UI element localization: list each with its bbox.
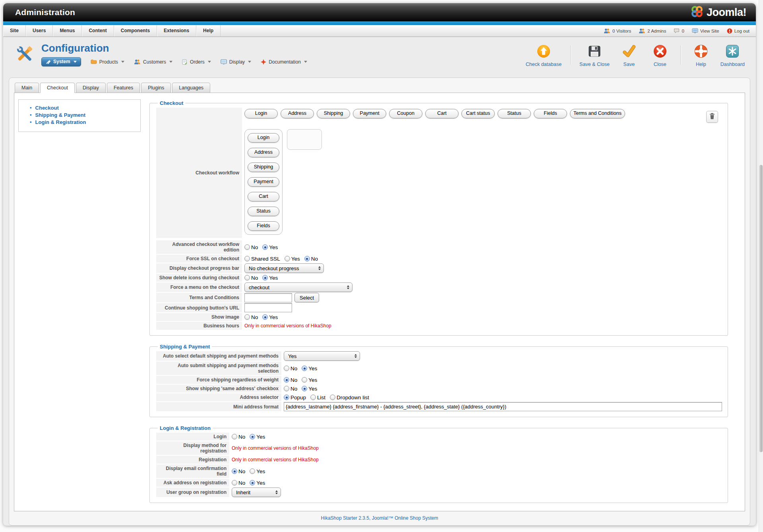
select-auto-select-default-shipping-and-payment-methods[interactable]: Yes: [284, 351, 360, 361]
radio-selected-icon[interactable]: [250, 480, 255, 486]
radio-icon[interactable]: [285, 256, 290, 261]
menu-item-menus[interactable]: Menus: [53, 25, 82, 37]
radio-option-force-ssl-on-checkout-no[interactable]: No: [304, 256, 318, 262]
radio-selected-icon[interactable]: [284, 395, 289, 400]
radio-option-show-shipping-same-address-checkbox-yes[interactable]: Yes: [302, 386, 317, 392]
radio-icon[interactable]: [244, 314, 250, 320]
radio-option-show-image-no[interactable]: No: [244, 314, 258, 320]
radio-option-advanced-checkout-workflow-edition-yes[interactable]: Yes: [262, 244, 278, 250]
submenu-orders[interactable]: Orders: [182, 59, 211, 65]
toolbar-save-button[interactable]: Save: [618, 44, 641, 67]
menu-item-content[interactable]: Content: [82, 25, 114, 37]
workflow-step-fields[interactable]: Fields: [248, 221, 279, 231]
status-0[interactable]: 0: [674, 28, 684, 33]
menu-item-extensions[interactable]: Extensions: [157, 25, 196, 37]
toolbar-dashboard-button[interactable]: Dashboard: [720, 44, 745, 67]
radio-icon[interactable]: [302, 377, 307, 383]
radio-selected-icon[interactable]: [232, 468, 237, 474]
menu-item-components[interactable]: Components: [114, 25, 157, 37]
sidebar-item-login-registration[interactable]: •Login & Registration: [22, 119, 137, 126]
sidebar-item-shipping-payment[interactable]: •Shipping & Payment: [22, 112, 137, 119]
select-force-a-menu-on-the-checkout[interactable]: checkout: [244, 282, 352, 292]
tab-languages[interactable]: Languages: [172, 83, 210, 93]
add-step-payment-button[interactable]: Payment: [353, 109, 386, 118]
radio-icon[interactable]: [250, 468, 255, 474]
radio-option-auto-submit-shipping-and-payment-methods-selection-yes[interactable]: Yes: [302, 366, 317, 371]
radio-icon[interactable]: [244, 244, 250, 250]
radio-selected-icon[interactable]: [250, 434, 255, 439]
radio-option-address-selector-list[interactable]: List: [310, 395, 325, 400]
radio-option-login-no[interactable]: No: [232, 434, 245, 440]
tab-display[interactable]: Display: [76, 83, 106, 93]
status-0-visitors[interactable]: 0 Visitors: [604, 28, 631, 33]
add-step-coupon-button[interactable]: Coupon: [389, 109, 422, 118]
add-step-shipping-button[interactable]: Shipping: [317, 109, 350, 118]
radio-option-advanced-checkout-workflow-edition-no[interactable]: No: [244, 244, 258, 250]
tab-features[interactable]: Features: [107, 83, 140, 93]
radio-option-display-email-confirmation-field-yes[interactable]: Yes: [250, 468, 265, 474]
radio-icon[interactable]: [330, 395, 335, 400]
add-step-cart-button[interactable]: Cart: [425, 109, 459, 118]
radio-selected-icon[interactable]: [284, 377, 289, 383]
submenu-products[interactable]: Products: [91, 59, 124, 65]
menu-item-help[interactable]: Help: [196, 25, 221, 37]
submenu-customers[interactable]: Customers: [134, 59, 172, 65]
radio-icon[interactable]: [232, 434, 237, 439]
workflow-drop-zone[interactable]: [287, 129, 322, 150]
radio-option-force-shipping-regardless-of-weight-no[interactable]: No: [284, 377, 297, 383]
radio-selected-icon[interactable]: [262, 244, 268, 250]
status-2-admins[interactable]: 2 Admins: [639, 28, 666, 33]
add-step-status-button[interactable]: Status: [498, 109, 531, 118]
radio-icon[interactable]: [310, 395, 316, 400]
workflow-step-status[interactable]: Status: [248, 207, 279, 216]
radio-selected-icon[interactable]: [302, 386, 307, 391]
add-step-login-button[interactable]: Login: [244, 109, 278, 118]
input-mini-address-format[interactable]: [284, 402, 722, 411]
submenu-system[interactable]: System: [41, 57, 81, 66]
select-user-group-on-registration[interactable]: Inherit: [232, 488, 281, 497]
radio-icon[interactable]: [284, 386, 289, 391]
radio-option-show-delete-icons-during-checkout-yes[interactable]: Yes: [262, 275, 278, 281]
scrollbar[interactable]: [759, 0, 763, 532]
input-continue-shopping-button-s-url[interactable]: [244, 303, 292, 312]
toolbar-close-button[interactable]: Close: [649, 44, 672, 67]
input-terms-and-conditions[interactable]: [244, 293, 292, 302]
radio-icon[interactable]: [244, 256, 250, 261]
toolbar-check-database-button[interactable]: Check database: [526, 44, 562, 67]
status-view-site[interactable]: View Site: [692, 28, 719, 33]
add-step-fields-button[interactable]: Fields: [534, 109, 567, 118]
workflow-step-cart[interactable]: Cart: [248, 192, 279, 201]
radio-option-address-selector-popup[interactable]: Popup: [284, 395, 306, 400]
radio-option-ask-address-on-registration-yes[interactable]: Yes: [250, 480, 265, 486]
radio-option-show-shipping-same-address-checkbox-no[interactable]: No: [284, 386, 297, 392]
submenu-display[interactable]: Display: [221, 59, 251, 65]
add-step-cart-status-button[interactable]: Cart status: [461, 109, 495, 118]
workflow-step-address[interactable]: Address: [248, 148, 279, 157]
radio-icon[interactable]: [284, 366, 289, 371]
radio-icon[interactable]: [232, 480, 237, 486]
tab-main[interactable]: Main: [15, 83, 39, 93]
select-display-checkout-progress-bar[interactable]: No checkout progress: [244, 263, 324, 273]
workflow-step-shipping[interactable]: Shipping: [248, 163, 279, 172]
menu-item-site[interactable]: Site: [3, 25, 26, 37]
radio-option-address-selector-dropdown-list[interactable]: Dropdown list: [330, 395, 369, 400]
radio-option-display-email-confirmation-field-no[interactable]: No: [232, 468, 245, 474]
sidebar-item-checkout[interactable]: •Checkout: [22, 104, 137, 112]
radio-option-show-delete-icons-during-checkout-no[interactable]: No: [244, 275, 258, 281]
radio-option-force-ssl-on-checkout-shared-ssl[interactable]: Shared SSL: [244, 256, 280, 262]
radio-selected-icon[interactable]: [304, 256, 310, 261]
submenu-documentation[interactable]: Documentation: [261, 59, 307, 65]
radio-icon[interactable]: [244, 275, 250, 281]
menu-item-users[interactable]: Users: [26, 25, 53, 37]
add-step-terms-and-conditions-button[interactable]: Terms and Conditions: [570, 109, 625, 118]
radio-option-login-yes[interactable]: Yes: [250, 434, 265, 440]
radio-selected-icon[interactable]: [302, 366, 307, 371]
add-step-address-button[interactable]: Address: [281, 109, 314, 118]
radio-option-force-shipping-regardless-of-weight-yes[interactable]: Yes: [302, 377, 317, 383]
radio-option-force-ssl-on-checkout-yes[interactable]: Yes: [285, 256, 300, 262]
hikashop-footer-link[interactable]: HikaShop Starter 2.3.5, Joomla!™ Online …: [321, 515, 438, 521]
scrollbar-thumb[interactable]: [759, 165, 763, 452]
radio-option-ask-address-on-registration-no[interactable]: No: [232, 480, 245, 486]
workflow-step-login[interactable]: Login: [248, 133, 279, 143]
tab-plugins[interactable]: Plugins: [141, 83, 171, 93]
